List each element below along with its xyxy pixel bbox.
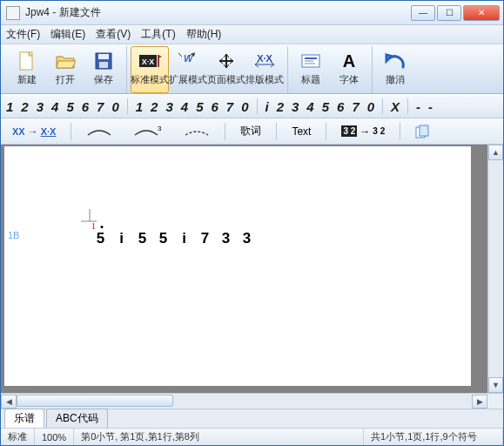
num-btn[interactable]: 6 (337, 99, 344, 114)
bar-label: 1B (8, 230, 19, 240)
scroll-up-button[interactable]: ▲ (488, 145, 503, 160)
slur-button[interactable] (80, 122, 118, 141)
note[interactable]: 7 (196, 230, 217, 247)
titlebar: Jpw4 - 新建文件 — ☐ ✕ (1, 1, 503, 25)
scroll-left-button[interactable]: ◀ (1, 395, 17, 409)
num-btn[interactable]: 5 (322, 99, 329, 114)
x-btn[interactable]: X (391, 99, 400, 114)
num-btn[interactable]: 0 (241, 99, 248, 114)
scroll-down-button[interactable]: ▼ (488, 377, 503, 393)
note[interactable]: 5 (133, 230, 154, 247)
document-tabs: 乐谱 ABC代码 (1, 409, 503, 428)
num-btn[interactable]: 2 (151, 99, 158, 114)
title-icon (299, 51, 323, 71)
menubar: 文件(F) 编辑(E) 查看(V) 工具(T) 帮助(H) (1, 25, 503, 44)
tab-score[interactable]: 乐谱 (4, 409, 44, 428)
svg-rect-17 (420, 125, 428, 136)
save-button[interactable]: 保存 (84, 46, 123, 93)
statusbar: 标准 100% 第0小节, 第1页,第1行,第8列 共1小节,1页,1行,9个符… (1, 428, 503, 445)
score-notes: 5i55i733 (91, 230, 259, 247)
num-btn[interactable]: 4 (181, 99, 188, 114)
open-button[interactable]: 打开 (46, 46, 84, 93)
num-btn[interactable]: 7 (352, 99, 359, 114)
layout-mode-button[interactable]: X·X 排版模式 (245, 46, 284, 93)
num-btn[interactable]: 3 (165, 99, 172, 114)
layout-mode-icon: X·X (252, 51, 277, 71)
num-btn[interactable]: 2 (21, 99, 28, 114)
num-btn[interactable]: 7 (97, 99, 104, 114)
num-btn[interactable]: 2 (277, 99, 284, 114)
note[interactable]: i (112, 230, 133, 247)
main-toolbar: 新建 打开 保存 X·X 标准模式 W 扩展模式 页面模式 (1, 44, 503, 94)
font-button[interactable]: A 字体 (330, 46, 368, 93)
num-btn[interactable]: 3 (37, 99, 44, 114)
menu-file[interactable]: 文件(F) (6, 27, 40, 42)
svg-text:A: A (343, 51, 355, 71)
dash-btn[interactable]: - (416, 99, 420, 114)
scroll-thumb[interactable] (17, 395, 173, 407)
num-btn[interactable]: 6 (82, 99, 89, 114)
close-button[interactable]: ✕ (463, 5, 500, 21)
svg-rect-2 (98, 54, 109, 59)
svg-text:3: 3 (158, 125, 162, 132)
status-mode: 标准 (1, 429, 35, 445)
note[interactable]: 3 (217, 230, 238, 247)
num-btn[interactable]: i (265, 99, 269, 114)
note[interactable]: i (175, 230, 196, 247)
copy-button[interactable] (409, 122, 437, 141)
lyrics-button[interactable]: 歌词 (234, 122, 267, 141)
aux-toolbar: XX → X·X 3 歌词 Text 3 2 → 3 2 (1, 118, 503, 145)
window-title: Jpw4 - 新建文件 (25, 5, 411, 20)
title-button[interactable]: 标题 (292, 46, 330, 93)
minimize-button[interactable]: — (411, 5, 435, 21)
xx-convert-button[interactable]: XX → X·X (6, 122, 62, 141)
status-summary: 共1小节,1页,1行,9个符号 (364, 429, 503, 445)
maximize-button[interactable]: ☐ (437, 5, 461, 21)
undo-icon (383, 51, 407, 71)
num-btn[interactable]: 6 (211, 99, 218, 114)
page-mode-button[interactable]: 页面模式 (207, 46, 245, 93)
standard-mode-button[interactable]: X·X 标准模式 (131, 46, 169, 93)
num-btn[interactable]: 7 (226, 99, 233, 114)
text-button[interactable]: Text (286, 122, 317, 141)
slur3-button[interactable]: 3 (127, 122, 169, 141)
new-icon (15, 51, 39, 71)
horizontal-scrollbar[interactable]: ◀ ▶ (1, 393, 503, 409)
note[interactable]: 5 (154, 230, 175, 247)
status-zoom: 100% (35, 429, 74, 445)
open-icon (53, 51, 77, 71)
menu-view[interactable]: 查看(V) (96, 27, 131, 42)
tie-button[interactable] (178, 122, 216, 141)
cursor-icon (81, 209, 98, 230)
score-canvas[interactable]: 1 1B 5i55i733 (4, 146, 471, 386)
num-btn[interactable]: 4 (306, 99, 313, 114)
standard-mode-icon: X·X (138, 51, 162, 71)
note-number-row: 1 2 3 4 5 6 7 0 1 2 3 4 5 6 7 0 i 2 3 4 … (1, 94, 503, 118)
svg-text:X·X: X·X (142, 57, 155, 66)
num-btn[interactable]: 0 (111, 99, 118, 114)
note[interactable]: 3 (238, 230, 259, 247)
menu-help[interactable]: 帮助(H) (186, 27, 222, 42)
page-mode-icon (214, 51, 239, 71)
num-btn[interactable]: 1 (6, 99, 13, 114)
menu-tools[interactable]: 工具(T) (141, 27, 175, 42)
num-btn[interactable]: 3 (292, 99, 299, 114)
extend-mode-button[interactable]: W 扩展模式 (169, 46, 207, 93)
dash-btn[interactable]: - (428, 99, 433, 114)
font-icon: A (337, 51, 361, 71)
undo-button[interactable]: 撤消 (376, 46, 414, 93)
num-btn[interactable]: 1 (136, 99, 143, 114)
num-btn[interactable]: 5 (66, 99, 73, 114)
tab-abc[interactable]: ABC代码 (46, 409, 108, 428)
svg-rect-3 (99, 62, 108, 68)
vertical-scrollbar[interactable]: ▲ ▼ (487, 145, 503, 393)
fraction-convert-button[interactable]: 3 2 → 3 2 (335, 122, 391, 141)
new-button[interactable]: 新建 (8, 46, 46, 93)
menu-edit[interactable]: 编辑(E) (50, 27, 85, 42)
num-btn[interactable]: 5 (196, 99, 203, 114)
note[interactable]: 5 (91, 230, 112, 247)
app-icon (6, 6, 20, 20)
scroll-right-button[interactable]: ▶ (472, 395, 487, 409)
num-btn[interactable]: 0 (367, 99, 374, 114)
num-btn[interactable]: 4 (51, 99, 58, 114)
